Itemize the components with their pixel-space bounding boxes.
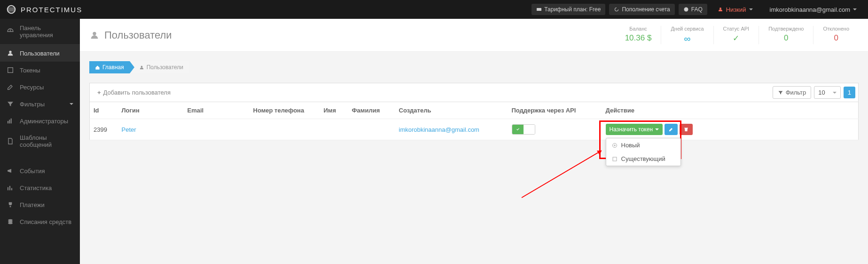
chevron-down-icon [853, 8, 857, 10]
infinity-icon: ∞ [671, 33, 704, 44]
svg-point-15 [141, 65, 142, 67]
stat-label: Отклонено [823, 26, 849, 32]
sidebar-item-label: Списания средств [20, 218, 71, 225]
tariff-button[interactable]: Тарифный план: Free [532, 4, 605, 15]
breadcrumb: Главная Пользователи [89, 61, 859, 73]
document-icon [7, 137, 14, 145]
toolbar: + Добавить пользователя Фильтр 10 1 [89, 83, 859, 102]
dropdown-item-existing[interactable]: Существующий [606, 152, 680, 166]
brand-text: PROTECTIMUS [21, 6, 82, 14]
sidebar-item-label: Пользователи [20, 50, 60, 57]
brand-logo: PROTECTIMUS [5, 3, 82, 16]
stat-days: Дней сервиса ∞ [661, 26, 713, 44]
shell: Панель управления Пользователи Токены Ре… [0, 19, 868, 264]
col-id: Id [90, 102, 118, 119]
col-api: Поддержка через API [508, 102, 602, 119]
svg-rect-6 [9, 120, 10, 123]
main: Пользователи Баланс 10.36 $ Дней сервиса… [80, 19, 868, 264]
row-actions: Назначить токен [606, 124, 855, 135]
page-number[interactable]: 1 [844, 87, 855, 98]
table-row: 2399 Peter imkorobkinaanna@gmail.com [90, 119, 859, 140]
megaphone-icon [7, 167, 14, 175]
cell-name [320, 119, 348, 140]
account-email: imkorobkinaanna@gmail.com [770, 6, 850, 13]
filter-button[interactable]: Фильтр [773, 86, 812, 99]
pagesize-select[interactable]: 10 [814, 86, 840, 99]
sidebar-item-label: Ресурсы [20, 84, 44, 91]
page-header: Пользователи Баланс 10.36 $ Дней сервиса… [80, 19, 868, 52]
breadcrumb-current: Пользователи [130, 61, 189, 73]
stat-api: Статус API ✓ [713, 26, 759, 44]
sidebar-item-label: Статистика [20, 184, 52, 192]
sidebar-item-label: Токены [20, 67, 40, 74]
col-name: Имя [320, 102, 348, 119]
stat-label: Баланс [625, 26, 652, 32]
sidebar-item-users[interactable]: Пользователи [0, 45, 80, 62]
creator-link[interactable]: imkorobkinaanna@gmail.com [399, 126, 479, 133]
svg-rect-9 [9, 186, 10, 190]
check-icon: ✓ [723, 33, 750, 43]
assign-token-label: Назначить токен [610, 126, 653, 133]
faq-label: FAQ [691, 6, 703, 13]
trash-icon [683, 127, 689, 132]
breadcrumb-home-label: Главная [102, 64, 124, 71]
breadcrumb-home[interactable]: Главная [89, 61, 130, 73]
svg-rect-5 [8, 121, 8, 123]
delete-button[interactable] [680, 124, 693, 135]
account-menu[interactable]: imkorobkinaanna@gmail.com [763, 6, 863, 13]
dropdown-item-label: Существующий [621, 155, 665, 162]
sidebar-item-label: Фильтры [20, 101, 45, 108]
sidebar-item-stats[interactable]: Статистика [0, 179, 80, 196]
cell-phone [250, 119, 320, 140]
tariff-label: Тарифный план: Free [544, 6, 601, 13]
user-login-link[interactable]: Peter [122, 126, 136, 133]
sidebar-item-resources[interactable]: Ресурсы [0, 79, 80, 96]
sidebar-item-charges[interactable]: Списания средств [0, 213, 80, 230]
faq-button[interactable]: FAQ [679, 4, 707, 15]
risk-level-menu[interactable]: Низкий [711, 6, 759, 13]
topbar: PROTECTIMUS Тарифный план: Free Пополнен… [0, 0, 868, 19]
users-table: Id Логин Email Номер телефона Имя Фамили… [89, 102, 859, 140]
sidebar-item-templates[interactable]: Шаблоны сообщений [0, 129, 80, 153]
sidebar-item-tokens[interactable]: Токены [0, 62, 80, 79]
user-icon [718, 7, 723, 12]
assign-token-button[interactable]: Назначить токен [606, 124, 663, 135]
sidebar-item-label: Шаблоны сообщений [20, 134, 73, 148]
svg-rect-17 [613, 157, 617, 161]
breadcrumb-current-label: Пользователи [147, 64, 183, 71]
edit-button[interactable] [665, 124, 678, 135]
add-user-button[interactable]: + Добавить пользователя [93, 87, 175, 98]
stats: Баланс 10.36 $ Дней сервиса ∞ Статус API… [616, 26, 859, 44]
token-icon [7, 66, 14, 74]
cell-id: 2399 [90, 119, 118, 140]
filter-icon [7, 100, 14, 108]
sidebar-item-label: Панель управления [20, 24, 73, 39]
token-icon [612, 156, 618, 162]
sidebar: Панель управления Пользователи Токены Ре… [0, 19, 80, 264]
dropdown-item-new[interactable]: Новый [606, 138, 680, 152]
filter-icon [778, 90, 783, 96]
logo-icon [5, 3, 18, 16]
col-phone: Номер телефона [250, 102, 320, 119]
stat-value: 0 [823, 33, 849, 43]
edit-icon [668, 127, 674, 132]
home-icon [95, 65, 100, 70]
svg-point-13 [8, 222, 12, 224]
user-icon [139, 65, 144, 70]
assign-token-dropdown: Новый Существующий [606, 138, 681, 166]
sidebar-item-events[interactable]: События [0, 162, 80, 179]
sidebar-item-admins[interactable]: Администраторы [0, 112, 80, 129]
col-surname: Фамилия [348, 102, 395, 119]
sidebar-item-payments[interactable]: Платежи [0, 196, 80, 213]
col-creator: Создатель [395, 102, 508, 119]
sidebar-item-filters[interactable]: Фильтры [0, 96, 80, 112]
sidebar-item-dashboard[interactable]: Панель управления [0, 19, 80, 45]
cell-email [184, 119, 250, 140]
topup-button[interactable]: Пополнение счета [609, 4, 674, 15]
api-toggle[interactable] [512, 124, 535, 135]
stat-value: 10.36 $ [625, 33, 652, 43]
cell-surname [348, 119, 395, 140]
chevron-down-icon [70, 103, 73, 105]
content: Главная Пользователи + Добавить пользова… [80, 52, 868, 150]
refresh-icon [614, 7, 619, 12]
